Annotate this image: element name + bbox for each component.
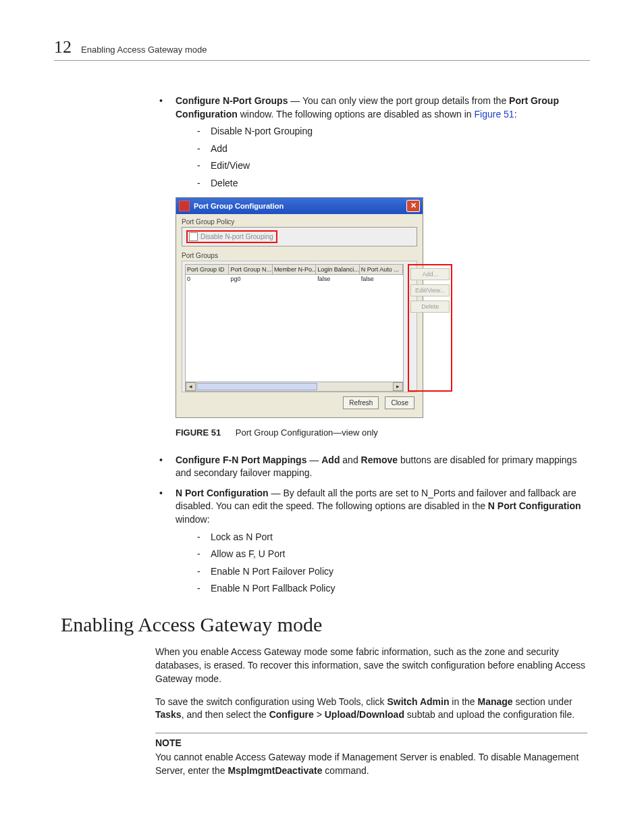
figure-51-crossref[interactable]: Figure 51 bbox=[475, 109, 514, 120]
bullet-nport-configuration: N Port Configuration — By default all th… bbox=[155, 487, 587, 596]
window-footer: Refresh Close bbox=[182, 392, 417, 412]
checkbox-icon[interactable] bbox=[189, 232, 198, 241]
paragraph-2: To save the switch configuration using W… bbox=[155, 696, 587, 723]
bullet-label: N Port Configuration bbox=[176, 488, 269, 498]
horizontal-scrollbar[interactable]: ◂ ▸ bbox=[185, 382, 404, 392]
list-item: Disable N-port Grouping bbox=[197, 125, 587, 138]
list-item: Lock as N Port bbox=[197, 531, 587, 544]
section-label-groups: Port Groups bbox=[182, 252, 417, 259]
table-header: Port Group ID Port Group N... Member N-P… bbox=[185, 264, 404, 275]
figure-caption: FIGURE 51 Port Group Configuration—view … bbox=[176, 427, 587, 438]
disabled-options-list-2: Lock as N Port Allow as F, U Port Enable… bbox=[197, 531, 587, 596]
scroll-left-icon[interactable]: ◂ bbox=[186, 382, 196, 391]
section-label-policy: Port Group Policy bbox=[182, 218, 417, 226]
edit-view-button[interactable]: Edit/View... bbox=[410, 284, 450, 296]
content-area: Configure N-Port Groups — You can only v… bbox=[155, 95, 587, 787]
list-item: Edit/View bbox=[197, 159, 587, 173]
figure-window-port-group-config: Port Group Configuration ✕ Port Group Po… bbox=[176, 197, 423, 418]
list-item: Add bbox=[197, 142, 587, 156]
delete-button[interactable]: Delete bbox=[410, 301, 450, 313]
port-groups-area: Port Group ID Port Group N... Member N-P… bbox=[182, 261, 417, 392]
window-titlebar: Port Group Configuration ✕ bbox=[176, 198, 423, 214]
scroll-right-icon[interactable]: ▸ bbox=[393, 382, 403, 391]
section-heading-enabling-ag: Enabling Access Gateway mode bbox=[61, 613, 587, 636]
window-app-icon bbox=[179, 201, 190, 211]
window-title-text: Port Group Configuration bbox=[194, 202, 406, 210]
col-header: Port Group ID bbox=[186, 265, 229, 274]
figure-number: FIGURE 51 bbox=[176, 427, 221, 438]
bullet-configure-nport-groups: Configure N-Port Groups — You can only v… bbox=[155, 95, 587, 190]
col-header: Login Balanci... bbox=[316, 265, 359, 274]
checkbox-label: Disable N-port Grouping bbox=[200, 233, 273, 240]
refresh-button[interactable]: Refresh bbox=[343, 396, 379, 409]
policy-box: Disable N-port Grouping bbox=[182, 227, 417, 246]
close-button[interactable]: Close bbox=[385, 396, 414, 409]
col-header: Port Group N... bbox=[229, 265, 272, 274]
bullet-label: Configure F-N Port Mappings bbox=[176, 454, 306, 465]
col-header: Member N-Po... bbox=[273, 265, 316, 274]
note-body: You cannot enable Access Gateway mode if… bbox=[155, 751, 587, 778]
list-item: Enable N Port Failover Policy bbox=[197, 565, 587, 579]
page-header-title: Enabling Access Gateway mode bbox=[81, 45, 207, 55]
bullet-configure-fn-mappings: Configure F-N Port Mappings — Add and Re… bbox=[155, 454, 587, 480]
table-row[interactable]: 0 pg0 false false bbox=[186, 275, 403, 283]
table-body: 0 pg0 false false bbox=[185, 275, 404, 382]
list-item: Enable N Port Fallback Policy bbox=[197, 582, 587, 596]
close-icon[interactable]: ✕ bbox=[406, 200, 420, 212]
disable-nport-grouping-checkbox-highlight: Disable N-port Grouping bbox=[186, 230, 277, 243]
page-number: 12 bbox=[54, 37, 72, 57]
paragraph-1: When you enable Access Gateway mode some… bbox=[155, 646, 587, 686]
note-heading: NOTE bbox=[155, 733, 587, 748]
list-item: Allow as F, U Port bbox=[197, 548, 587, 561]
buttons-highlight-box: Add... Edit/View... Delete bbox=[408, 264, 452, 392]
page-header: 12 Enabling Access Gateway mode bbox=[54, 37, 590, 61]
disabled-options-list-1: Disable N-port Grouping Add Edit/View De… bbox=[197, 125, 587, 190]
bullet-label: Configure N-Port Groups bbox=[176, 95, 288, 106]
list-item: Delete bbox=[197, 177, 587, 190]
add-button[interactable]: Add... bbox=[410, 268, 450, 280]
figure-caption-text: Port Group Configuration—view only bbox=[236, 427, 378, 438]
col-header: N Port Auto ... bbox=[360, 265, 403, 274]
scroll-thumb[interactable] bbox=[196, 383, 317, 390]
